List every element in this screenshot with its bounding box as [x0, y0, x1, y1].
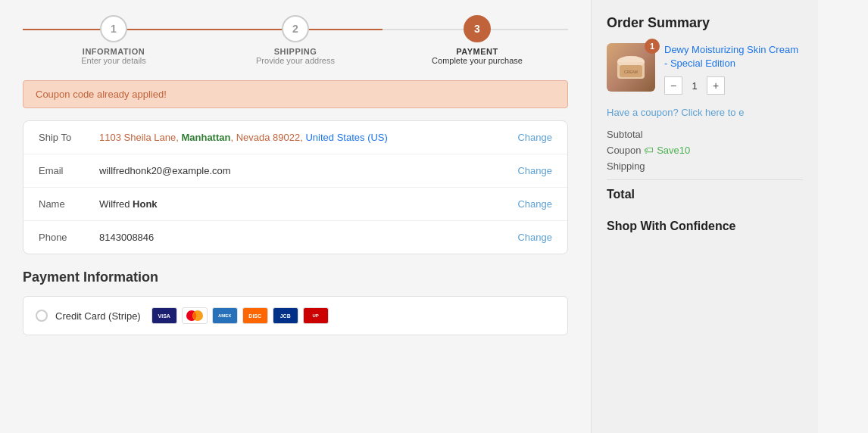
ship-to-city: Manhattan — [181, 132, 230, 143]
phone-row: Phone 8143008846 Change — [23, 221, 567, 254]
jcb-icon: JCB — [273, 307, 298, 324]
product-image-wrapper: CREAM 1 — [607, 43, 655, 95]
step-information: 1 INFORMATION Enter your details — [23, 15, 205, 65]
tag-icon: 🏷 — [644, 145, 654, 156]
step-3-title: PAYMENT — [456, 47, 498, 56]
email-value: willfredhonk20@example.com — [99, 165, 517, 176]
phone-value: 8143008846 — [99, 232, 517, 243]
product-row: CREAM 1 Dewy Moisturizing Skin Cream - S… — [607, 43, 803, 95]
total-line: Total — [607, 188, 803, 201]
svg-text:CREAM: CREAM — [624, 70, 638, 74]
amex-icon: AMEX — [212, 307, 238, 324]
ship-to-address-part2: , Nevada 89022, — [230, 132, 305, 143]
qty-value: 1 — [688, 80, 701, 92]
name-last: Honk — [133, 198, 158, 210]
ship-to-value: 1103 Sheila Lane, Manhattan, Nevada 8902… — [99, 132, 517, 143]
step-2-subtitle: Provide your address — [256, 56, 335, 65]
credit-card-option[interactable]: Credit Card (Stripe) VISA AMEX DISC JCB … — [23, 296, 568, 335]
credit-card-radio[interactable] — [36, 310, 48, 322]
shipping-label: Shipping — [607, 160, 645, 172]
subtotal-line: Subtotal — [607, 129, 803, 140]
name-first: Wilfred — [99, 198, 133, 210]
email-row: Email willfredhonk20@example.com Change — [23, 154, 567, 188]
shipping-line: Shipping — [607, 160, 803, 172]
qty-increase-button[interactable]: + — [707, 76, 725, 95]
qty-decrease-button[interactable]: − — [664, 76, 682, 95]
email-change[interactable]: Change — [517, 165, 552, 176]
payment-section-title: Payment Information — [23, 269, 568, 285]
name-value: Wilfred Honk — [99, 198, 517, 210]
checkout-steps: 1 INFORMATION Enter your details 2 SHIPP… — [23, 15, 568, 65]
step-2-circle: 2 — [282, 15, 309, 42]
discover-icon: DISC — [242, 307, 268, 324]
coupon-line: Coupon 🏷 Save10 — [607, 145, 803, 156]
subtotal-label: Subtotal — [607, 129, 643, 140]
quantity-controls: − 1 + — [664, 76, 803, 95]
card-icons-group: VISA AMEX DISC JCB UP — [151, 307, 329, 324]
unionpay-icon: UP — [303, 307, 329, 324]
ship-to-country: United States (US) — [305, 132, 387, 143]
step-1-subtitle: Enter your details — [81, 56, 146, 65]
confidence-title: Shop With Confidence — [607, 220, 803, 233]
ship-to-address-part1: 1103 Sheila Lane, — [99, 132, 181, 143]
step-1-circle: 1 — [100, 15, 127, 42]
step-2-number: 2 — [292, 23, 298, 35]
phone-change[interactable]: Change — [517, 232, 552, 243]
coupon-tag: 🏷 Save10 — [644, 145, 690, 156]
total-label: Total — [607, 188, 635, 201]
product-info: Dewy Moisturizing Skin Cream - Special E… — [664, 43, 803, 95]
step-3-circle: 3 — [464, 15, 491, 42]
step-payment: 3 PAYMENT Complete your purchase — [386, 15, 568, 65]
mastercard-icon — [182, 307, 208, 324]
step-2-title: SHIPPING — [274, 47, 317, 56]
coupon-alert-banner: Coupon code already applied! — [23, 80, 568, 108]
visa-icon: VISA — [151, 307, 177, 324]
name-change[interactable]: Change — [517, 198, 552, 210]
ship-to-change[interactable]: Change — [517, 132, 552, 143]
name-row: Name Wilfred Honk Change — [23, 188, 567, 221]
phone-label: Phone — [39, 232, 99, 243]
coupon-label: Coupon 🏷 Save10 — [607, 145, 690, 156]
email-label: Email — [39, 165, 99, 176]
step-3-number: 3 — [474, 23, 480, 35]
credit-card-label: Credit Card (Stripe) — [55, 310, 141, 322]
coupon-alert-text: Coupon code already applied! — [36, 89, 167, 100]
step-shipping: 2 SHIPPING Provide your address — [205, 15, 386, 65]
product-badge: 1 — [645, 39, 660, 54]
product-name: Dewy Moisturizing Skin Cream - Special E… — [664, 43, 803, 70]
ship-to-label: Ship To — [39, 132, 99, 143]
name-label: Name — [39, 198, 99, 210]
order-summary-sidebar: Order Summary CREAM 1 — [591, 0, 818, 433]
order-divider — [607, 179, 803, 180]
step-1-number: 1 — [111, 23, 117, 35]
coupon-code: Save10 — [657, 145, 690, 156]
step-3-subtitle: Complete your purchase — [432, 56, 523, 65]
step-1-title: INFORMATION — [83, 47, 145, 56]
ship-to-row: Ship To 1103 Sheila Lane, Manhattan, Nev… — [23, 121, 567, 154]
shipping-info-card: Ship To 1103 Sheila Lane, Manhattan, Nev… — [23, 120, 568, 254]
coupon-link[interactable]: Have a coupon? Click here to e — [607, 107, 803, 118]
sidebar-title: Order Summary — [607, 15, 803, 31]
